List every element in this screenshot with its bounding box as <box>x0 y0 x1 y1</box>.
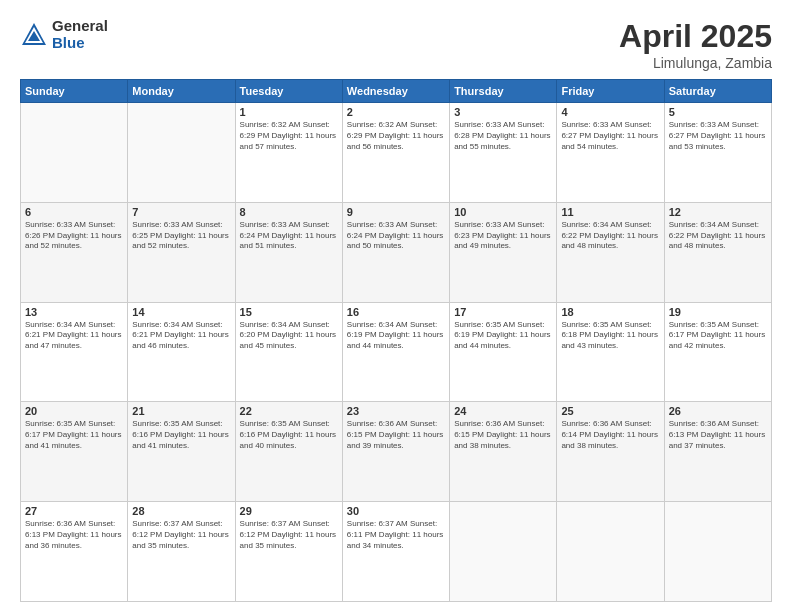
day-info: Sunrise: 6:36 AM Sunset: 6:15 PM Dayligh… <box>454 419 552 451</box>
logo-text: General Blue <box>52 18 108 51</box>
page: General Blue April 2025 Limulunga, Zambi… <box>0 0 792 612</box>
calendar-title: April 2025 <box>619 18 772 55</box>
day-number: 20 <box>25 405 123 417</box>
day-info: Sunrise: 6:33 AM Sunset: 6:24 PM Dayligh… <box>240 220 338 252</box>
day-number: 11 <box>561 206 659 218</box>
logo: General Blue <box>20 18 108 51</box>
day-number: 6 <box>25 206 123 218</box>
header-row: Sunday Monday Tuesday Wednesday Thursday… <box>21 80 772 103</box>
table-row: 11Sunrise: 6:34 AM Sunset: 6:22 PM Dayli… <box>557 202 664 302</box>
day-info: Sunrise: 6:36 AM Sunset: 6:13 PM Dayligh… <box>25 519 123 551</box>
calendar-week-row: 20Sunrise: 6:35 AM Sunset: 6:17 PM Dayli… <box>21 402 772 502</box>
day-info: Sunrise: 6:36 AM Sunset: 6:15 PM Dayligh… <box>347 419 445 451</box>
table-row: 12Sunrise: 6:34 AM Sunset: 6:22 PM Dayli… <box>664 202 771 302</box>
day-number: 28 <box>132 505 230 517</box>
table-row: 18Sunrise: 6:35 AM Sunset: 6:18 PM Dayli… <box>557 302 664 402</box>
table-row <box>557 502 664 602</box>
day-info: Sunrise: 6:35 AM Sunset: 6:18 PM Dayligh… <box>561 320 659 352</box>
day-info: Sunrise: 6:33 AM Sunset: 6:26 PM Dayligh… <box>25 220 123 252</box>
day-info: Sunrise: 6:34 AM Sunset: 6:19 PM Dayligh… <box>347 320 445 352</box>
table-row: 24Sunrise: 6:36 AM Sunset: 6:15 PM Dayli… <box>450 402 557 502</box>
day-number: 5 <box>669 106 767 118</box>
day-info: Sunrise: 6:35 AM Sunset: 6:19 PM Dayligh… <box>454 320 552 352</box>
day-number: 21 <box>132 405 230 417</box>
day-number: 10 <box>454 206 552 218</box>
table-row: 16Sunrise: 6:34 AM Sunset: 6:19 PM Dayli… <box>342 302 449 402</box>
day-info: Sunrise: 6:36 AM Sunset: 6:13 PM Dayligh… <box>669 419 767 451</box>
day-number: 24 <box>454 405 552 417</box>
day-info: Sunrise: 6:35 AM Sunset: 6:17 PM Dayligh… <box>669 320 767 352</box>
table-row: 27Sunrise: 6:36 AM Sunset: 6:13 PM Dayli… <box>21 502 128 602</box>
logo-general-text: General <box>52 18 108 35</box>
table-row: 22Sunrise: 6:35 AM Sunset: 6:16 PM Dayli… <box>235 402 342 502</box>
calendar-week-row: 27Sunrise: 6:36 AM Sunset: 6:13 PM Dayli… <box>21 502 772 602</box>
calendar-header: Sunday Monday Tuesday Wednesday Thursday… <box>21 80 772 103</box>
day-number: 18 <box>561 306 659 318</box>
col-sunday: Sunday <box>21 80 128 103</box>
day-info: Sunrise: 6:33 AM Sunset: 6:27 PM Dayligh… <box>561 120 659 152</box>
col-tuesday: Tuesday <box>235 80 342 103</box>
table-row <box>21 103 128 203</box>
day-number: 30 <box>347 505 445 517</box>
day-info: Sunrise: 6:35 AM Sunset: 6:16 PM Dayligh… <box>132 419 230 451</box>
col-wednesday: Wednesday <box>342 80 449 103</box>
table-row: 2Sunrise: 6:32 AM Sunset: 6:29 PM Daylig… <box>342 103 449 203</box>
day-number: 16 <box>347 306 445 318</box>
calendar-week-row: 6Sunrise: 6:33 AM Sunset: 6:26 PM Daylig… <box>21 202 772 302</box>
calendar-body: 1Sunrise: 6:32 AM Sunset: 6:29 PM Daylig… <box>21 103 772 602</box>
day-number: 2 <box>347 106 445 118</box>
table-row: 29Sunrise: 6:37 AM Sunset: 6:12 PM Dayli… <box>235 502 342 602</box>
day-info: Sunrise: 6:35 AM Sunset: 6:17 PM Dayligh… <box>25 419 123 451</box>
day-number: 26 <box>669 405 767 417</box>
col-saturday: Saturday <box>664 80 771 103</box>
table-row <box>664 502 771 602</box>
day-info: Sunrise: 6:34 AM Sunset: 6:20 PM Dayligh… <box>240 320 338 352</box>
day-number: 4 <box>561 106 659 118</box>
day-info: Sunrise: 6:37 AM Sunset: 6:12 PM Dayligh… <box>132 519 230 551</box>
day-info: Sunrise: 6:34 AM Sunset: 6:22 PM Dayligh… <box>669 220 767 252</box>
day-info: Sunrise: 6:37 AM Sunset: 6:12 PM Dayligh… <box>240 519 338 551</box>
header: General Blue April 2025 Limulunga, Zambi… <box>20 18 772 71</box>
day-info: Sunrise: 6:33 AM Sunset: 6:23 PM Dayligh… <box>454 220 552 252</box>
day-info: Sunrise: 6:37 AM Sunset: 6:11 PM Dayligh… <box>347 519 445 551</box>
day-info: Sunrise: 6:33 AM Sunset: 6:28 PM Dayligh… <box>454 120 552 152</box>
col-monday: Monday <box>128 80 235 103</box>
day-number: 22 <box>240 405 338 417</box>
day-info: Sunrise: 6:34 AM Sunset: 6:21 PM Dayligh… <box>25 320 123 352</box>
calendar-week-row: 13Sunrise: 6:34 AM Sunset: 6:21 PM Dayli… <box>21 302 772 402</box>
table-row <box>450 502 557 602</box>
table-row: 1Sunrise: 6:32 AM Sunset: 6:29 PM Daylig… <box>235 103 342 203</box>
col-friday: Friday <box>557 80 664 103</box>
day-number: 17 <box>454 306 552 318</box>
table-row: 5Sunrise: 6:33 AM Sunset: 6:27 PM Daylig… <box>664 103 771 203</box>
table-row: 3Sunrise: 6:33 AM Sunset: 6:28 PM Daylig… <box>450 103 557 203</box>
title-block: April 2025 Limulunga, Zambia <box>619 18 772 71</box>
table-row: 6Sunrise: 6:33 AM Sunset: 6:26 PM Daylig… <box>21 202 128 302</box>
table-row: 13Sunrise: 6:34 AM Sunset: 6:21 PM Dayli… <box>21 302 128 402</box>
day-number: 25 <box>561 405 659 417</box>
table-row: 4Sunrise: 6:33 AM Sunset: 6:27 PM Daylig… <box>557 103 664 203</box>
day-info: Sunrise: 6:33 AM Sunset: 6:25 PM Dayligh… <box>132 220 230 252</box>
day-info: Sunrise: 6:32 AM Sunset: 6:29 PM Dayligh… <box>347 120 445 152</box>
day-number: 27 <box>25 505 123 517</box>
day-info: Sunrise: 6:32 AM Sunset: 6:29 PM Dayligh… <box>240 120 338 152</box>
table-row: 10Sunrise: 6:33 AM Sunset: 6:23 PM Dayli… <box>450 202 557 302</box>
day-number: 14 <box>132 306 230 318</box>
table-row: 14Sunrise: 6:34 AM Sunset: 6:21 PM Dayli… <box>128 302 235 402</box>
day-number: 29 <box>240 505 338 517</box>
calendar-table: Sunday Monday Tuesday Wednesday Thursday… <box>20 79 772 602</box>
day-info: Sunrise: 6:34 AM Sunset: 6:22 PM Dayligh… <box>561 220 659 252</box>
day-info: Sunrise: 6:34 AM Sunset: 6:21 PM Dayligh… <box>132 320 230 352</box>
table-row: 30Sunrise: 6:37 AM Sunset: 6:11 PM Dayli… <box>342 502 449 602</box>
table-row: 28Sunrise: 6:37 AM Sunset: 6:12 PM Dayli… <box>128 502 235 602</box>
day-info: Sunrise: 6:35 AM Sunset: 6:16 PM Dayligh… <box>240 419 338 451</box>
day-info: Sunrise: 6:33 AM Sunset: 6:27 PM Dayligh… <box>669 120 767 152</box>
table-row <box>128 103 235 203</box>
table-row: 7Sunrise: 6:33 AM Sunset: 6:25 PM Daylig… <box>128 202 235 302</box>
table-row: 26Sunrise: 6:36 AM Sunset: 6:13 PM Dayli… <box>664 402 771 502</box>
day-number: 13 <box>25 306 123 318</box>
day-info: Sunrise: 6:33 AM Sunset: 6:24 PM Dayligh… <box>347 220 445 252</box>
table-row: 25Sunrise: 6:36 AM Sunset: 6:14 PM Dayli… <box>557 402 664 502</box>
day-number: 15 <box>240 306 338 318</box>
day-number: 3 <box>454 106 552 118</box>
